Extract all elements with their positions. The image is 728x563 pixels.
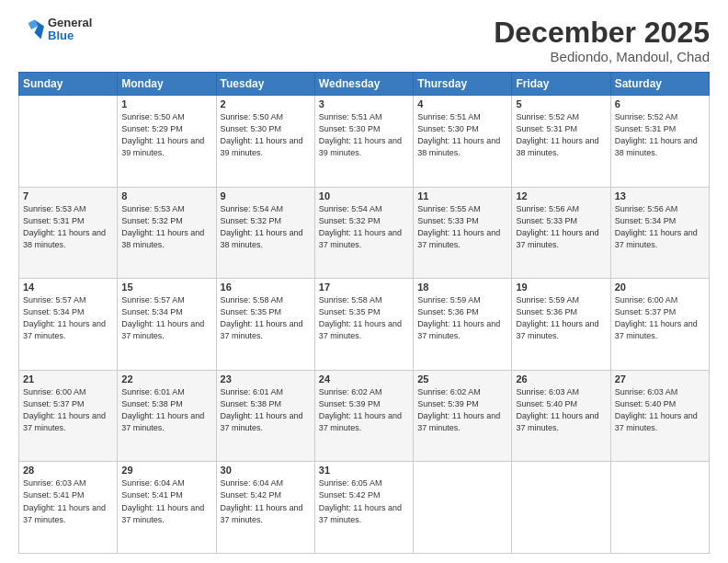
day-info: Sunrise: 5:59 AM Sunset: 5:36 PM Dayligh… (417, 294, 507, 342)
title-block: December 2025 Bediondo, Mandoul, Chad (494, 17, 710, 64)
day-number: 9 (221, 190, 311, 201)
header-row: SundayMondayTuesdayWednesdayThursdayFrid… (19, 73, 710, 96)
day-info: Sunrise: 6:01 AM Sunset: 5:38 PM Dayligh… (221, 386, 311, 434)
day-cell: 24Sunrise: 6:02 AM Sunset: 5:39 PM Dayli… (314, 370, 413, 462)
day-number: 20 (615, 282, 705, 293)
day-cell: 14Sunrise: 5:57 AM Sunset: 5:34 PM Dayli… (19, 279, 118, 371)
day-number: 24 (319, 373, 409, 385)
day-cell: 6Sunrise: 5:52 AM Sunset: 5:31 PM Daylig… (610, 96, 709, 188)
week-row-4: 21Sunrise: 6:00 AM Sunset: 5:37 PM Dayli… (19, 370, 710, 462)
logo-text: General Blue (48, 17, 92, 43)
day-number: 1 (121, 98, 211, 109)
day-number: 4 (417, 98, 507, 109)
day-info: Sunrise: 5:54 AM Sunset: 5:32 PM Dayligh… (221, 203, 311, 251)
day-number: 26 (516, 373, 606, 385)
page: General Blue December 2025 Bediondo, Man… (0, 0, 728, 563)
day-number: 14 (23, 282, 113, 293)
day-cell: 16Sunrise: 5:58 AM Sunset: 5:35 PM Dayli… (216, 279, 314, 371)
day-info: Sunrise: 5:57 AM Sunset: 5:34 PM Dayligh… (23, 294, 113, 342)
day-number: 18 (417, 282, 507, 293)
day-cell: 26Sunrise: 6:03 AM Sunset: 5:40 PM Dayli… (512, 370, 610, 462)
day-info: Sunrise: 5:50 AM Sunset: 5:30 PM Dayligh… (221, 111, 311, 159)
day-info: Sunrise: 6:02 AM Sunset: 5:39 PM Dayligh… (417, 386, 507, 434)
day-cell: 12Sunrise: 5:56 AM Sunset: 5:33 PM Dayli… (512, 187, 610, 279)
day-cell: 5Sunrise: 5:52 AM Sunset: 5:31 PM Daylig… (512, 96, 610, 188)
day-number: 13 (615, 190, 705, 201)
day-header-tuesday: Tuesday (216, 73, 314, 96)
day-info: Sunrise: 5:53 AM Sunset: 5:31 PM Dayligh… (23, 203, 113, 251)
week-row-3: 14Sunrise: 5:57 AM Sunset: 5:34 PM Dayli… (19, 279, 710, 371)
day-info: Sunrise: 5:55 AM Sunset: 5:33 PM Dayligh… (417, 203, 507, 251)
header: General Blue December 2025 Bediondo, Man… (18, 17, 710, 64)
day-cell: 1Sunrise: 5:50 AM Sunset: 5:29 PM Daylig… (118, 96, 216, 188)
week-row-2: 7Sunrise: 5:53 AM Sunset: 5:31 PM Daylig… (19, 187, 710, 279)
day-number: 7 (23, 190, 113, 201)
day-info: Sunrise: 5:59 AM Sunset: 5:36 PM Dayligh… (516, 294, 606, 342)
day-info: Sunrise: 5:52 AM Sunset: 5:31 PM Dayligh… (516, 111, 606, 159)
day-cell: 30Sunrise: 6:04 AM Sunset: 5:42 PM Dayli… (216, 462, 314, 554)
day-info: Sunrise: 6:04 AM Sunset: 5:41 PM Dayligh… (121, 477, 211, 525)
logo-icon (18, 17, 44, 42)
svg-marker-0 (35, 20, 45, 40)
day-info: Sunrise: 6:05 AM Sunset: 5:42 PM Dayligh… (319, 477, 409, 525)
day-number: 28 (23, 465, 113, 476)
day-info: Sunrise: 6:02 AM Sunset: 5:39 PM Dayligh… (319, 386, 409, 434)
day-number: 6 (615, 98, 705, 109)
day-cell: 15Sunrise: 5:57 AM Sunset: 5:34 PM Dayli… (118, 279, 216, 371)
day-header-friday: Friday (512, 73, 610, 96)
day-cell: 23Sunrise: 6:01 AM Sunset: 5:38 PM Dayli… (216, 370, 314, 462)
day-info: Sunrise: 5:53 AM Sunset: 5:32 PM Dayligh… (121, 203, 211, 251)
day-number: 2 (221, 98, 311, 109)
day-info: Sunrise: 6:03 AM Sunset: 5:40 PM Dayligh… (615, 386, 705, 434)
day-cell: 13Sunrise: 5:56 AM Sunset: 5:34 PM Dayli… (610, 187, 709, 279)
day-info: Sunrise: 6:01 AM Sunset: 5:38 PM Dayligh… (121, 386, 211, 434)
logo-blue: Blue (48, 29, 92, 42)
day-cell: 11Sunrise: 5:55 AM Sunset: 5:33 PM Dayli… (414, 187, 512, 279)
day-cell: 17Sunrise: 5:58 AM Sunset: 5:35 PM Dayli… (314, 279, 413, 371)
day-cell: 21Sunrise: 6:00 AM Sunset: 5:37 PM Dayli… (19, 370, 118, 462)
day-header-sunday: Sunday (19, 73, 118, 96)
calendar-header: SundayMondayTuesdayWednesdayThursdayFrid… (19, 73, 710, 96)
day-header-saturday: Saturday (610, 73, 709, 96)
day-cell (414, 462, 512, 554)
day-header-thursday: Thursday (414, 73, 512, 96)
logo-general: General (48, 17, 92, 29)
day-number: 19 (516, 282, 606, 293)
day-number: 29 (121, 465, 211, 476)
day-number: 3 (319, 98, 409, 109)
day-cell: 27Sunrise: 6:03 AM Sunset: 5:40 PM Dayli… (610, 370, 709, 462)
logo: General Blue (18, 17, 92, 43)
day-cell: 22Sunrise: 6:01 AM Sunset: 5:38 PM Dayli… (118, 370, 216, 462)
day-number: 17 (319, 282, 409, 293)
day-info: Sunrise: 6:03 AM Sunset: 5:40 PM Dayligh… (516, 386, 606, 434)
day-header-monday: Monday (118, 73, 216, 96)
calendar-table: SundayMondayTuesdayWednesdayThursdayFrid… (18, 72, 710, 554)
day-cell: 4Sunrise: 5:51 AM Sunset: 5:30 PM Daylig… (414, 96, 512, 188)
day-cell: 9Sunrise: 5:54 AM Sunset: 5:32 PM Daylig… (216, 187, 314, 279)
day-cell: 25Sunrise: 6:02 AM Sunset: 5:39 PM Dayli… (414, 370, 512, 462)
day-number: 8 (121, 190, 211, 201)
day-info: Sunrise: 5:51 AM Sunset: 5:30 PM Dayligh… (319, 111, 409, 159)
day-header-wednesday: Wednesday (314, 73, 413, 96)
day-number: 15 (121, 282, 211, 293)
day-info: Sunrise: 5:52 AM Sunset: 5:31 PM Dayligh… (615, 111, 705, 159)
day-cell: 20Sunrise: 6:00 AM Sunset: 5:37 PM Dayli… (610, 279, 709, 371)
day-cell: 28Sunrise: 6:03 AM Sunset: 5:41 PM Dayli… (19, 462, 118, 554)
day-info: Sunrise: 6:00 AM Sunset: 5:37 PM Dayligh… (23, 386, 113, 434)
day-number: 25 (417, 373, 507, 385)
day-cell: 29Sunrise: 6:04 AM Sunset: 5:41 PM Dayli… (118, 462, 216, 554)
day-cell: 7Sunrise: 5:53 AM Sunset: 5:31 PM Daylig… (19, 187, 118, 279)
day-info: Sunrise: 5:58 AM Sunset: 5:35 PM Dayligh… (319, 294, 409, 342)
day-number: 21 (23, 373, 113, 385)
day-number: 31 (319, 465, 409, 476)
day-info: Sunrise: 5:50 AM Sunset: 5:29 PM Dayligh… (121, 111, 211, 159)
day-number: 30 (221, 465, 311, 476)
day-cell: 18Sunrise: 5:59 AM Sunset: 5:36 PM Dayli… (414, 279, 512, 371)
day-info: Sunrise: 5:56 AM Sunset: 5:33 PM Dayligh… (516, 203, 606, 251)
week-row-5: 28Sunrise: 6:03 AM Sunset: 5:41 PM Dayli… (19, 462, 710, 554)
day-number: 11 (417, 190, 507, 201)
day-info: Sunrise: 6:04 AM Sunset: 5:42 PM Dayligh… (221, 477, 311, 525)
calendar-title: December 2025 (494, 17, 710, 49)
day-number: 23 (221, 373, 311, 385)
day-info: Sunrise: 5:58 AM Sunset: 5:35 PM Dayligh… (221, 294, 311, 342)
